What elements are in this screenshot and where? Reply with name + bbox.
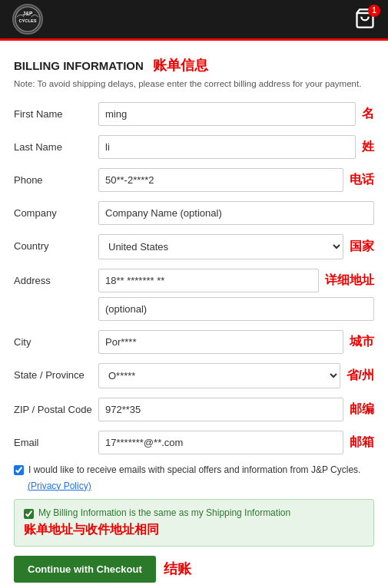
page-title-cn: 账单信息 — [153, 58, 208, 73]
cart-button[interactable]: 1 — [354, 8, 376, 31]
phone-row: Phone 电话 — [14, 168, 374, 192]
zip-row: ZIP / Postal Code 邮编 — [14, 398, 374, 421]
city-input[interactable] — [98, 330, 343, 354]
state-select[interactable]: O***** California Oregon Washington — [98, 363, 340, 388]
company-field — [98, 201, 374, 225]
first-name-row: First Name 名 — [14, 102, 374, 126]
email-label: Email — [14, 431, 98, 448]
country-row: Country United States Canada United King… — [14, 234, 374, 259]
phone-field: 电话 — [98, 168, 374, 192]
country-field: United States Canada United Kingdom Aust… — [98, 234, 374, 259]
svg-text:J&P: J&P — [23, 11, 33, 16]
company-input[interactable] — [98, 201, 374, 225]
billing-note: Note: To avoid shipping delays, please e… — [14, 79, 374, 88]
city-field: 城市 — [98, 330, 374, 354]
first-name-field: 名 — [98, 102, 374, 126]
address-optional-input[interactable] — [98, 297, 374, 321]
zip-label: ZIP / Postal Code — [14, 398, 98, 415]
header: J&P CYCLES 1 — [0, 0, 388, 38]
company-label: Company — [14, 201, 98, 219]
email-optin-row: I would like to receive emails with spec… — [14, 464, 374, 477]
first-name-input[interactable] — [98, 102, 356, 126]
logo-area: J&P CYCLES — [12, 4, 43, 35]
last-name-field: 姓 — [98, 135, 374, 159]
billing-same-box: My Billing Information is the same as my… — [14, 499, 374, 547]
billing-same-checkbox[interactable] — [24, 509, 34, 519]
checkout-cn: 结账 — [164, 560, 191, 578]
phone-cn: 电话 — [350, 172, 374, 188]
email-input[interactable] — [98, 431, 343, 454]
first-name-cn: 名 — [362, 106, 374, 122]
address-input[interactable] — [98, 269, 319, 292]
continue-checkout-button[interactable]: Continue with Checkout — [14, 556, 156, 583]
cart-badge: 1 — [368, 5, 380, 17]
billing-same-label: My Billing Information is the same as my… — [38, 507, 290, 518]
main-content: BILLING INFORMATION 账单信息 Note: To avoid … — [0, 41, 388, 588]
email-cn: 邮箱 — [350, 434, 374, 451]
zip-input[interactable] — [98, 398, 343, 421]
country-select[interactable]: United States Canada United Kingdom Aust… — [98, 234, 343, 259]
privacy-policy-link[interactable]: (Privacy Policy) — [28, 481, 91, 491]
zip-field: 邮编 — [98, 398, 374, 421]
first-name-label: First Name — [14, 102, 98, 120]
email-optin-label: I would like to receive emails with spec… — [28, 464, 360, 477]
state-field: O***** California Oregon Washington 省/州 — [98, 363, 374, 388]
continue-btn-row: Continue with Checkout 结账 — [14, 556, 374, 583]
address-field: 详细地址 — [98, 269, 374, 321]
last-name-row: Last Name 姓 — [14, 135, 374, 159]
logo-icon: J&P CYCLES — [12, 4, 43, 35]
page-title-row: BILLING INFORMATION 账单信息 — [14, 56, 374, 74]
email-row: Email 邮箱 — [14, 431, 374, 454]
last-name-label: Last Name — [14, 135, 98, 153]
city-label: City — [14, 330, 98, 348]
billing-same-row: My Billing Information is the same as my… — [24, 507, 364, 519]
billing-same-cn: 账单地址与收件地址相同 — [24, 522, 364, 538]
country-label: Country — [14, 234, 98, 252]
last-name-cn: 姓 — [362, 139, 374, 155]
phone-input[interactable] — [98, 168, 343, 192]
email-optin-checkbox[interactable] — [14, 465, 24, 475]
city-row: City 城市 — [14, 330, 374, 354]
company-row: Company — [14, 201, 374, 225]
last-name-input[interactable] — [98, 135, 356, 159]
email-field: 邮箱 — [98, 431, 374, 454]
phone-label: Phone — [14, 168, 98, 186]
zip-cn: 邮编 — [350, 401, 374, 418]
address-label: Address — [14, 269, 98, 286]
page-title-en: BILLING INFORMATION — [14, 59, 144, 72]
address-cn: 详细地址 — [325, 273, 374, 289]
address-row: Address 详细地址 — [14, 269, 374, 321]
city-cn: 城市 — [350, 334, 374, 350]
country-cn: 国家 — [350, 239, 374, 255]
svg-text:CYCLES: CYCLES — [18, 18, 36, 23]
state-cn: 省/州 — [347, 368, 374, 384]
state-row: State / Province O***** California Orego… — [14, 363, 374, 388]
state-label: State / Province — [14, 363, 98, 381]
